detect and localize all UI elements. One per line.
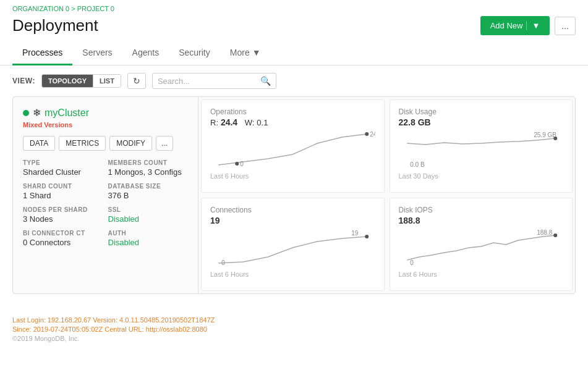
disk-iops-time: Last 6 Hours (399, 271, 564, 278)
bi-value: 0 Connectors (23, 238, 103, 247)
footer: Last Login: 192.168.20.67 Version: 4.0.1… (0, 306, 588, 352)
disk-usage-chart-svg: 25.9 GB 0.0 B (399, 131, 564, 168)
svg-point-2 (235, 162, 239, 166)
db-size-label: DATABASE SIZE (108, 183, 189, 190)
breadcrumb: ORGANIZATION 0 > PROJECT 0 (12, 5, 576, 12)
charts-area: Operations R: 24.4 W: 0.1 24.4/s 0 Last … (198, 97, 575, 293)
type-info: TYPE Sharded Cluster (23, 159, 103, 177)
search-input[interactable] (158, 77, 257, 86)
operations-value: R: 24.4 W: 0.1 (210, 117, 375, 127)
svg-text:0: 0 (240, 161, 244, 167)
modify-button[interactable]: MODIFY (109, 136, 152, 151)
shard-count-label: SHARD COUNT (23, 183, 103, 190)
svg-text:19: 19 (351, 230, 359, 237)
disk-iops-title: Disk IOPS (399, 206, 564, 214)
cluster-icon: ❄ (33, 107, 41, 119)
bi-label: BI CONNECTOR CT (23, 230, 103, 237)
tab-agents[interactable]: Agents (122, 41, 169, 65)
page-header: Deployment Add New ▼ ... (0, 16, 588, 41)
tab-servers[interactable]: Servers (72, 41, 122, 65)
more-caret-icon: ▼ (252, 48, 261, 57)
svg-text:0: 0 (410, 259, 414, 266)
ssl-value: Disabled (108, 214, 189, 224)
refresh-button[interactable]: ↻ (127, 73, 146, 89)
footer-copyright: ©2019 MongoDB, Inc. (12, 335, 576, 342)
members-label: MEMBERS COUNT (108, 159, 189, 166)
cluster-subtitle: Mixed Versions (23, 121, 188, 128)
read-value: 24.4 (221, 117, 237, 127)
write-label: W: (245, 118, 255, 127)
svg-point-0 (365, 132, 369, 136)
cluster-title-row: ❄ myCluster (23, 107, 188, 119)
svg-point-7 (365, 235, 369, 238)
disk-usage-value: 22.8 GB (399, 117, 564, 127)
operations-chart-svg: 24.4/s 0 (210, 131, 375, 168)
disk-iops-chart: Disk IOPS 188.8 188.8 0 Last 6 Hours (390, 198, 573, 291)
data-button[interactable]: DATA (23, 136, 55, 151)
tab-more[interactable]: More ▼ (220, 41, 271, 65)
ssl-label: SSL (108, 206, 189, 213)
svg-point-10 (553, 233, 557, 237)
operations-title: Operations (210, 107, 375, 116)
tab-processes[interactable]: Processes (12, 41, 72, 65)
footer-line1: Last Login: 192.168.20.67 Version: 4.0.1… (12, 316, 576, 324)
add-new-label: Add New (490, 21, 523, 30)
auth-value: Disabled (108, 238, 189, 247)
type-label: TYPE (23, 159, 103, 166)
header-actions: Add New ▼ ... (480, 16, 576, 35)
cluster-name[interactable]: myCluster (45, 107, 89, 119)
cluster-more-dots-button[interactable]: ... (156, 136, 173, 151)
auth-info: AUTH Disabled (108, 230, 189, 247)
write-value: 0.1 (257, 118, 268, 127)
disk-iops-value: 188.8 (399, 216, 564, 225)
auth-label: AUTH (108, 230, 189, 237)
cluster-status-dot (23, 110, 29, 116)
connections-chart: Connections 19 19 0 Last 6 Hours (201, 198, 385, 291)
read-label: R: (210, 118, 218, 127)
cluster-action-buttons: DATA METRICS MODIFY ... (23, 136, 188, 151)
search-icon[interactable]: 🔍 (260, 76, 271, 86)
disk-usage-time: Last 30 Days (399, 172, 564, 180)
disk-usage-title: Disk Usage (399, 107, 564, 116)
shard-count-value: 1 Shard (23, 191, 103, 200)
nodes-value: 3 Nodes (23, 214, 103, 224)
add-new-caret: ▼ (526, 21, 540, 30)
cluster-info-grid: TYPE Sharded Cluster MEMBERS COUNT 1 Mon… (23, 159, 188, 247)
tab-security[interactable]: Security (169, 41, 220, 65)
members-info: MEMBERS COUNT 1 Mongos, 3 Configs (108, 159, 189, 177)
svg-text:188.8: 188.8 (537, 229, 552, 236)
view-button-group: TOPOLOGY LIST (41, 74, 121, 88)
more-dots-button[interactable]: ... (555, 17, 576, 35)
operations-chart: Operations R: 24.4 W: 0.1 24.4/s 0 Last … (201, 99, 385, 193)
search-box: 🔍 (152, 73, 276, 89)
db-size-value: 376 B (108, 191, 189, 200)
metrics-button[interactable]: METRICS (59, 136, 106, 151)
tab-more-label: More (230, 48, 250, 57)
nodes-label: NODES PER SHARD (23, 206, 103, 213)
svg-text:0: 0 (221, 259, 225, 266)
disk-iops-chart-svg: 188.8 0 (399, 229, 564, 266)
add-new-button[interactable]: Add New ▼ (480, 16, 550, 35)
type-value: Sharded Cluster (23, 167, 103, 177)
nav-tabs: Processes Servers Agents Security More ▼ (0, 41, 588, 65)
list-view-button[interactable]: LIST (93, 75, 121, 87)
refresh-icon: ↻ (133, 76, 140, 86)
topology-view-button[interactable]: TOPOLOGY (42, 75, 93, 87)
breadcrumb-org: ORGANIZATION 0 (12, 5, 69, 12)
connections-value: 19 (210, 216, 375, 225)
nodes-info: NODES PER SHARD 3 Nodes (23, 206, 103, 224)
view-label: VIEW: (12, 77, 35, 85)
connections-title: Connections (210, 206, 375, 214)
connections-time: Last 6 Hours (210, 271, 375, 278)
main-content: ❄ myCluster Mixed Versions DATA METRICS … (0, 96, 588, 306)
cluster-info-panel: ❄ myCluster Mixed Versions DATA METRICS … (13, 97, 198, 293)
shard-count-info: SHARD COUNT 1 Shard (23, 183, 103, 200)
connections-chart-svg: 19 0 (210, 229, 375, 266)
breadcrumb-project: PROJECT 0 (77, 5, 114, 12)
disk-usage-chart: Disk Usage 22.8 GB 25.9 GB 0.0 B Last 30… (390, 99, 573, 193)
breadcrumb-sep: > (69, 5, 77, 12)
bi-connector-info: BI CONNECTOR CT 0 Connectors (23, 230, 103, 247)
page-title: Deployment (12, 16, 98, 35)
svg-text:24.4/s: 24.4/s (370, 131, 375, 138)
ssl-info: SSL Disabled (108, 206, 189, 224)
